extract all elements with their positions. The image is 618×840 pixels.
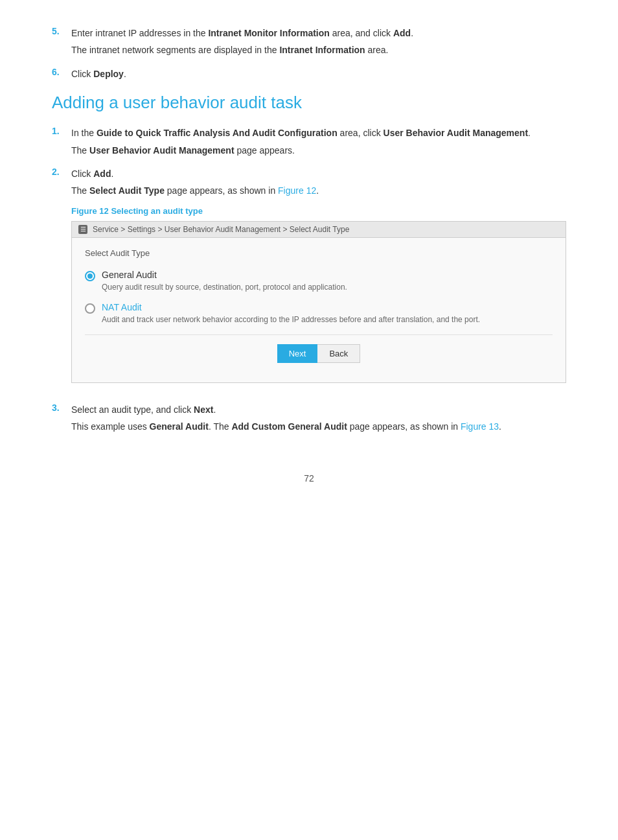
nat-audit-label: NAT Audit	[102, 302, 553, 312]
step-6: 6. Click Deploy.	[52, 67, 566, 84]
figure-12-link[interactable]: Figure 12	[278, 185, 316, 196]
figure-inner: Select Audit Type General Audit Query au…	[72, 238, 566, 382]
main-steps: 1. In the Guide to Quick Traffic Analysi…	[52, 126, 566, 434]
intro-steps: 5. Enter intranet IP addresses in the In…	[52, 26, 566, 84]
figure-box: ☰ Service > Settings > User Behavior Aud…	[71, 221, 566, 383]
radio-nat[interactable]	[85, 303, 95, 314]
figure-breadcrumb: ☰ Service > Settings > User Behavior Aud…	[72, 222, 566, 238]
figure-caption: Figure 12 Selecting an audit type	[71, 206, 566, 216]
step-number-1: 1.	[52, 126, 71, 136]
next-button[interactable]: Next	[277, 344, 318, 363]
panel-title: Select Audit Type	[85, 248, 553, 258]
step-number-6: 6.	[52, 67, 71, 77]
step-5: 5. Enter intranet IP addresses in the In…	[52, 26, 566, 58]
step-3-subtext: This example uses General Audit. The Add…	[71, 419, 566, 434]
step-1-subtext: The User Behavior Audit Management page …	[71, 143, 566, 158]
breadcrumb-icon: ☰	[78, 225, 87, 234]
general-audit-content: General Audit Query audit result by sour…	[102, 270, 553, 293]
general-audit-label: General Audit	[102, 270, 553, 280]
step-3: 3. Select an audit type, and click Next.…	[52, 402, 566, 434]
step-2-subtext: The Select Audit Type page appears, as s…	[71, 183, 566, 198]
step-1: 1. In the Guide to Quick Traffic Analysi…	[52, 126, 566, 158]
step-2-content: Click Add. The Select Audit Type page ap…	[71, 167, 566, 393]
step-number-2: 2.	[52, 167, 71, 177]
section-title: Adding a user behavior audit task	[52, 93, 566, 113]
step-5-text: Enter intranet IP addresses in the Intra…	[71, 26, 566, 40]
audit-option-nat[interactable]: NAT Audit Audit and track user network b…	[85, 302, 553, 325]
page-footer: 72	[52, 473, 566, 484]
radio-general[interactable]	[85, 271, 95, 281]
step-2-text: Click Add.	[71, 167, 566, 181]
figure-buttons: Next Back	[85, 334, 553, 369]
back-button[interactable]: Back	[317, 344, 360, 363]
step-number-5: 5.	[52, 26, 71, 36]
step-3-content: Select an audit type, and click Next. Th…	[71, 402, 566, 434]
step-6-text: Click Deploy.	[71, 67, 566, 81]
breadcrumb-text: Service > Settings > User Behavior Audit…	[93, 225, 349, 234]
step-5-subtext: The intranet network segments are displa…	[71, 43, 566, 57]
step-3-text: Select an audit type, and click Next.	[71, 402, 566, 417]
page-number: 72	[304, 473, 314, 484]
step-number-3: 3.	[52, 402, 71, 413]
general-audit-desc: Query audit result by source, destinatio…	[102, 281, 553, 293]
step-6-content: Click Deploy.	[71, 67, 566, 84]
step-1-text: In the Guide to Quick Traffic Analysis A…	[71, 126, 566, 140]
nat-audit-desc: Audit and track user network behavior ac…	[102, 314, 553, 325]
step-2: 2. Click Add. The Select Audit Type page…	[52, 167, 566, 393]
nat-audit-content: NAT Audit Audit and track user network b…	[102, 302, 553, 325]
step-1-content: In the Guide to Quick Traffic Analysis A…	[71, 126, 566, 158]
step-5-content: Enter intranet IP addresses in the Intra…	[71, 26, 566, 58]
audit-option-general[interactable]: General Audit Query audit result by sour…	[85, 270, 553, 293]
figure-13-link[interactable]: Figure 13	[461, 421, 499, 432]
